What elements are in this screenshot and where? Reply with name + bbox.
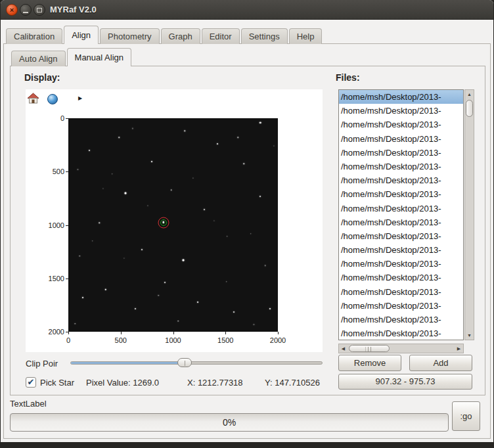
star bbox=[89, 150, 90, 151]
files-list[interactable]: /home/msh/Desktop/2013-/home/msh/Desktop… bbox=[338, 89, 464, 340]
file-row[interactable]: /home/msh/Desktop/2013- bbox=[339, 215, 463, 229]
star bbox=[124, 258, 124, 258]
x-tick-label: 2000 bbox=[270, 336, 286, 344]
star bbox=[132, 128, 133, 129]
x-coordinate-text: X: 1212.77318 bbox=[187, 378, 243, 388]
forward-arrow-icon[interactable]: ▶ bbox=[78, 95, 82, 101]
horizontal-scroll-thumb[interactable] bbox=[349, 345, 390, 352]
scroll-up-icon[interactable]: ▲ bbox=[465, 90, 474, 99]
y-tick-mark bbox=[66, 171, 68, 172]
x-tick-label: 1000 bbox=[165, 336, 181, 344]
subtab-auto-align[interactable]: Auto Align bbox=[11, 51, 66, 66]
app-window: × MYRaf V2.0 CalibrationAlignPhotometryG… bbox=[1, 0, 493, 442]
scroll-down-icon[interactable]: ▼ bbox=[465, 331, 474, 340]
home-icon[interactable] bbox=[27, 93, 39, 106]
file-row[interactable]: /home/msh/Desktop/2013- bbox=[339, 104, 463, 118]
star bbox=[273, 146, 274, 146]
file-row[interactable]: /home/msh/Desktop/2013- bbox=[339, 243, 463, 257]
star bbox=[204, 209, 205, 210]
navigation-sphere-icon[interactable] bbox=[47, 94, 58, 104]
star bbox=[79, 256, 80, 257]
file-row[interactable]: /home/msh/Desktop/2013- bbox=[339, 229, 463, 243]
y-tick-mark bbox=[66, 332, 68, 332]
y-tick-label: 1000 bbox=[26, 221, 64, 229]
file-row[interactable]: /home/msh/Desktop/2013- bbox=[339, 285, 463, 299]
file-row[interactable]: /home/msh/Desktop/2013- bbox=[339, 299, 463, 313]
tab-editor[interactable]: Editor bbox=[202, 28, 240, 44]
thumb-grip bbox=[366, 347, 373, 351]
star bbox=[269, 308, 271, 309]
file-row[interactable]: /home/msh/Desktop/2013- bbox=[339, 326, 463, 340]
clip-point-slider[interactable] bbox=[70, 357, 323, 368]
file-row[interactable]: /home/msh/Desktop/2013- bbox=[339, 118, 463, 131]
pick-star-checkbox[interactable]: ✔ bbox=[26, 377, 36, 388]
y-tick-label: 0 bbox=[26, 114, 64, 122]
clip-slider-handle[interactable] bbox=[177, 358, 192, 367]
star bbox=[124, 192, 126, 194]
file-row[interactable]: /home/msh/Desktop/2013- bbox=[339, 202, 463, 215]
maximize-button[interactable] bbox=[34, 4, 45, 16]
y-coordinate-text: Y: 147.710526 bbox=[265, 378, 320, 388]
progress-bar: 0% bbox=[10, 413, 449, 432]
star bbox=[171, 190, 172, 191]
status-text-label: TextLabel bbox=[10, 399, 47, 409]
x-tick-mark bbox=[278, 332, 279, 334]
star bbox=[102, 189, 103, 189]
scroll-right-icon[interactable]: ▶ bbox=[455, 344, 463, 353]
file-row[interactable]: /home/msh/Desktop/2013- bbox=[339, 187, 463, 201]
file-row[interactable]: /home/msh/Desktop/2013- bbox=[339, 173, 463, 187]
go-button[interactable]: :go bbox=[452, 401, 480, 431]
y-tick-label: 500 bbox=[26, 168, 64, 175]
tab-graph[interactable]: Graph bbox=[161, 28, 200, 44]
star bbox=[105, 289, 107, 291]
star-coordinates-field[interactable]: 907.32 - 975.73 bbox=[338, 374, 472, 390]
star bbox=[265, 265, 266, 267]
star bbox=[118, 137, 120, 138]
file-row[interactable]: /home/msh/Desktop/2013- bbox=[339, 313, 463, 326]
star-field-canvas[interactable] bbox=[68, 118, 278, 332]
close-button[interactable]: × bbox=[6, 4, 18, 16]
titlebar: × MYRaf V2.0 bbox=[1, 0, 493, 20]
star bbox=[182, 259, 184, 261]
x-tick-mark bbox=[225, 332, 226, 334]
check-icon: ✔ bbox=[28, 377, 35, 387]
star bbox=[259, 122, 261, 124]
subtab-manual-align[interactable]: Manual Align bbox=[67, 48, 131, 66]
x-tick-label: 0 bbox=[66, 336, 70, 344]
window-title: MYRaf V2.0 bbox=[50, 0, 97, 20]
tab-align[interactable]: Align bbox=[64, 26, 99, 44]
star bbox=[164, 282, 166, 283]
tab-photometry[interactable]: Photometry bbox=[100, 28, 159, 44]
star bbox=[78, 169, 78, 169]
progress-text: 0% bbox=[11, 414, 448, 431]
vertical-scroll-thumb[interactable] bbox=[466, 100, 473, 117]
tab-settings[interactable]: Settings bbox=[241, 28, 288, 44]
files-vertical-scrollbar[interactable]: ▲ ▼ bbox=[464, 89, 474, 340]
close-icon: × bbox=[10, 6, 14, 14]
minimize-button[interactable] bbox=[20, 4, 32, 16]
files-horizontal-scrollbar[interactable]: ◀ ▶ bbox=[338, 344, 464, 353]
file-row[interactable]: /home/msh/Desktop/2013- bbox=[339, 257, 463, 271]
star bbox=[213, 220, 214, 221]
tab-help[interactable]: Help bbox=[289, 28, 323, 44]
scroll-left-icon[interactable]: ◀ bbox=[339, 344, 348, 353]
remove-button[interactable]: Remove bbox=[338, 355, 401, 371]
file-row[interactable]: /home/msh/Desktop/2013- bbox=[339, 132, 463, 146]
file-row[interactable]: /home/msh/Desktop/2013- bbox=[339, 90, 463, 104]
star bbox=[82, 297, 83, 298]
tab-calibration[interactable]: Calibration bbox=[6, 28, 62, 44]
clip-slider-fill bbox=[71, 362, 183, 364]
add-button[interactable]: Add bbox=[409, 355, 472, 371]
file-row[interactable]: /home/msh/Desktop/2013- bbox=[339, 271, 463, 284]
file-row[interactable]: /home/msh/Desktop/2013- bbox=[339, 146, 463, 160]
x-tick-label: 1500 bbox=[217, 336, 233, 344]
star bbox=[243, 163, 244, 164]
star bbox=[238, 137, 239, 139]
x-tick-mark bbox=[121, 332, 122, 334]
star bbox=[227, 236, 228, 237]
star bbox=[259, 196, 261, 197]
star bbox=[141, 249, 143, 250]
y-tick-mark bbox=[66, 118, 68, 119]
file-row[interactable]: /home/msh/Desktop/2013- bbox=[339, 160, 463, 173]
x-tick-mark bbox=[68, 332, 69, 334]
